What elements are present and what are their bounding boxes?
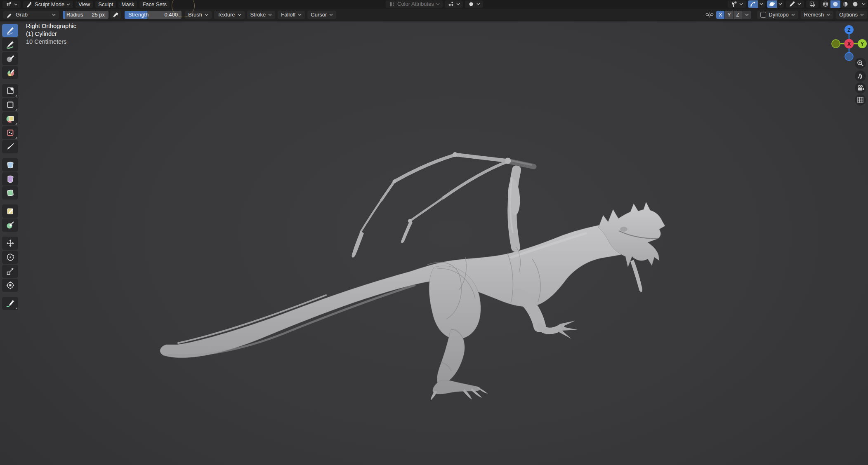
color-attributes-dropdown[interactable]: Color Attributes: [386, 0, 443, 8]
tool-box-mask[interactable]: [2, 84, 18, 97]
mode-label: Sculpt Mode: [35, 1, 64, 8]
menu-mask[interactable]: Mask: [118, 1, 137, 8]
menu-face-sets[interactable]: Face Sets: [139, 1, 170, 8]
grid-scale-text: 10 Centimeters: [26, 38, 76, 46]
annotate-icon: [6, 299, 15, 308]
wireframe-icon: [822, 1, 829, 7]
dyntopo-checkbox[interactable]: [760, 12, 766, 18]
chevron-down-icon: [797, 3, 801, 5]
gizmo-y-negative[interactable]: [832, 40, 840, 48]
tool-mask-by-color[interactable]: [2, 218, 18, 232]
gizmo-z-negative[interactable]: [845, 52, 853, 61]
shading-material-button[interactable]: [840, 0, 850, 8]
shading-dropdown[interactable]: [860, 0, 867, 8]
tool-cloth-filter[interactable]: [2, 172, 18, 186]
falloff-dropdown[interactable]: [445, 0, 463, 8]
dragon-eye-socket: [620, 227, 627, 232]
radius-slider[interactable]: Radius 25 px: [63, 11, 108, 19]
overlays-dropdown[interactable]: [777, 0, 784, 8]
line-project-icon: [6, 142, 15, 151]
symmetry-y-button[interactable]: Y: [725, 11, 733, 19]
filled-circle-icon: [468, 1, 474, 7]
tool-smear-brush[interactable]: [2, 52, 18, 65]
editor-type-3d-viewport-icon: [5, 1, 12, 8]
radius-label: Radius: [66, 11, 83, 19]
object-type-visibility-dropdown[interactable]: [728, 0, 746, 8]
options-label: Options: [839, 12, 858, 18]
popover-brush[interactable]: Brush: [185, 11, 212, 19]
grid-toggle-icon: [856, 96, 864, 104]
show-gizmos-icon: [750, 1, 756, 7]
box-face-set-icon: [6, 114, 15, 123]
strength-value: 0.400: [164, 11, 178, 19]
tool-group-indicator: [15, 122, 17, 124]
tool-box-trim[interactable]: [2, 126, 18, 139]
shading-wireframe-button[interactable]: [821, 0, 830, 8]
eyedropper-dropdown[interactable]: [786, 0, 804, 8]
chevron-down-icon: [268, 14, 272, 16]
object-type-visibility-icon: [731, 1, 737, 7]
popover-falloff[interactable]: Falloff: [278, 11, 305, 19]
active-tool-dropdown[interactable]: Grab: [3, 11, 59, 19]
show-gizmos-toggle[interactable]: [748, 0, 758, 8]
3d-viewport[interactable]: Right Orthographic (1) Cylinder 10 Centi…: [0, 21, 868, 465]
mesh-filter-icon: [6, 160, 15, 169]
tool-blur-brush[interactable]: [2, 66, 18, 79]
options-dropdown[interactable]: Options: [836, 11, 867, 19]
edit-face-set-icon: [6, 207, 15, 216]
strength-slider[interactable]: Strength 0.400: [125, 11, 182, 19]
grid-toggle-button[interactable]: [855, 94, 866, 106]
chevron-down-icon: [745, 14, 749, 16]
show-overlays-toggle[interactable]: [767, 0, 777, 8]
dyntopo-dropdown[interactable]: [791, 14, 795, 16]
symmetry-axis-group: X Y Z: [716, 11, 751, 19]
symmetry-z-button[interactable]: Z: [734, 11, 742, 19]
mode-dropdown[interactable]: Sculpt Mode: [23, 1, 73, 8]
dyntopo-group: Dyntopo: [757, 11, 798, 19]
popover-brush-label: Brush: [188, 12, 202, 18]
shading-solid-button[interactable]: [830, 0, 840, 8]
gizmos-dropdown[interactable]: [758, 0, 765, 8]
tool-paint-brush[interactable]: [2, 38, 18, 51]
toggle-xray-button[interactable]: [806, 0, 818, 8]
shading-rendered-button[interactable]: [850, 0, 860, 8]
dragon-wing-claw-2: [401, 220, 413, 243]
stylus-pressure-icon: [112, 12, 119, 18]
smear-brush-icon: [6, 54, 15, 63]
popover-stroke[interactable]: Stroke: [247, 11, 276, 19]
tool-color-filter[interactable]: [2, 186, 18, 200]
tool-scale[interactable]: [2, 265, 18, 278]
gizmo-x-label: X: [847, 41, 851, 47]
tool-annotate[interactable]: [2, 297, 18, 310]
symmetry-x-button[interactable]: X: [716, 11, 724, 19]
tool-rotate[interactable]: [2, 251, 18, 264]
editor-type-selector[interactable]: [2, 1, 21, 8]
popover-falloff-label: Falloff: [281, 12, 295, 18]
tool-move[interactable]: [2, 237, 18, 250]
rotate-icon: [6, 253, 15, 262]
popover-texture[interactable]: Texture: [214, 11, 245, 19]
symmetry-dropdown[interactable]: [742, 11, 751, 19]
camera-view-button[interactable]: [855, 82, 866, 94]
menu-view[interactable]: View: [75, 1, 93, 8]
zoom-button[interactable]: [855, 58, 866, 69]
remesh-dropdown[interactable]: Remesh: [801, 11, 833, 19]
tool-transform[interactable]: [2, 279, 18, 292]
pan-button[interactable]: [855, 70, 866, 82]
brush-display-dropdown[interactable]: [465, 0, 483, 8]
tool-line-project[interactable]: [2, 140, 18, 153]
tool-edit-face-set[interactable]: [2, 204, 18, 218]
tool-group-indicator: [15, 136, 17, 139]
popover-texture-label: Texture: [217, 12, 235, 18]
blender-window: Sculpt Mode View Sculpt Mask Face Sets C…: [0, 0, 868, 465]
dragon-chin-spike: [630, 260, 642, 292]
menu-sculpt[interactable]: Sculpt: [95, 1, 116, 8]
tool-draw-brush[interactable]: [2, 24, 18, 37]
tool-box-face-set[interactable]: [2, 112, 18, 125]
show-gizmos-group: [748, 0, 765, 8]
radius-pressure-toggle[interactable]: [110, 11, 121, 19]
tool-mesh-filter[interactable]: [2, 158, 18, 171]
popover-cursor[interactable]: Cursor: [307, 11, 336, 19]
mask-by-color-icon: [6, 221, 15, 230]
tool-box-hide[interactable]: [2, 98, 18, 111]
